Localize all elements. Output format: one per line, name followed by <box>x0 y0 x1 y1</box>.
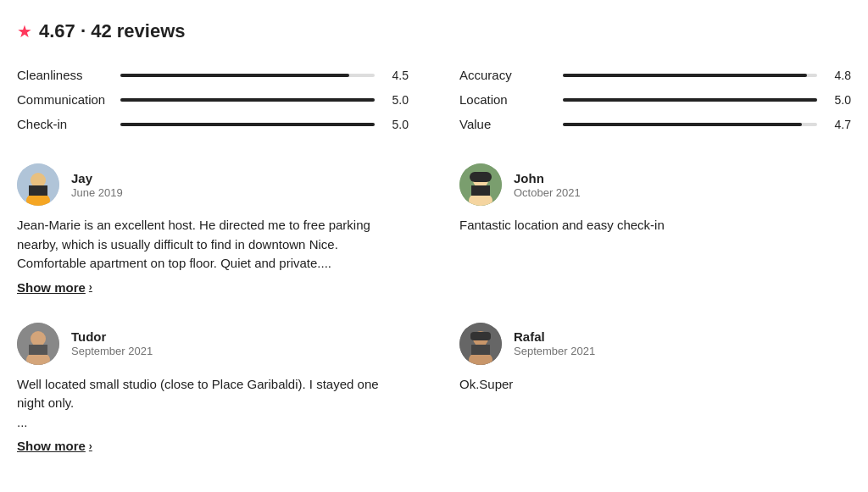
svg-rect-12 <box>29 345 47 355</box>
rating-label: Accuracy <box>459 68 553 82</box>
rating-label: Value <box>459 117 553 131</box>
review-card-john: John October 2021 Fantastic location and… <box>459 163 851 296</box>
rating-bar-fill <box>120 74 349 77</box>
rating-label: Cleanliness <box>17 68 110 82</box>
show-more-button[interactable]: Show more › <box>17 439 92 453</box>
rating-bar-container <box>563 98 817 102</box>
ratings-left-column: Cleanliness 4.5 Communication 5.0 Check-… <box>17 63 409 136</box>
review-text: Ok.Super <box>459 375 851 395</box>
svg-rect-8 <box>470 172 492 182</box>
rating-row-location: Location 5.0 <box>459 87 851 112</box>
ratings-right-column: Accuracy 4.8 Location 5.0 Value 4.7 <box>459 63 851 136</box>
avatar <box>459 163 502 206</box>
rating-value: 5.0 <box>385 93 409 107</box>
rating-value: 4.5 <box>385 69 409 82</box>
rating-bar-container <box>563 123 817 126</box>
reviewer-name: Tudor <box>71 329 153 344</box>
rating-row-checkin: Check-in 5.0 <box>17 112 409 136</box>
reviewer-info: Rafal September 2021 <box>514 329 595 357</box>
reviews-grid: Jay June 2019 Jean-Marie is an excellent… <box>17 163 851 454</box>
reviewer-name: Jay <box>71 171 123 185</box>
star-icon: ★ <box>17 21 32 41</box>
review-text: Fantastic location and easy check-in <box>459 216 851 235</box>
rating-value: 4.8 <box>827 69 851 82</box>
reviewer-date: September 2021 <box>71 345 153 357</box>
reviewer-name: John <box>514 171 581 185</box>
chevron-right-icon: › <box>89 281 92 293</box>
reviews-header: ★ 4.67 · 42 reviews <box>17 20 851 42</box>
reviewer-header: Rafal September 2021 <box>459 323 851 365</box>
rating-label: Location <box>459 92 553 107</box>
ratings-grid: Cleanliness 4.5 Communication 5.0 Check-… <box>17 63 851 136</box>
rating-value: 4.7 <box>827 118 851 131</box>
rating-value: 5.0 <box>827 93 851 107</box>
rating-bar-container <box>563 74 817 77</box>
review-text: Well located small studio (close to Plac… <box>17 375 409 433</box>
rating-bar-container <box>120 123 375 126</box>
overall-rating: 4.67 · 42 reviews <box>39 20 186 42</box>
rating-row-cleanliness: Cleanliness 4.5 <box>17 63 409 87</box>
reviewer-info: Tudor September 2021 <box>71 329 153 357</box>
chevron-right-icon: › <box>89 440 92 452</box>
review-text: Jean-Marie is an excellent host. He dire… <box>17 216 409 274</box>
rating-label: Check-in <box>17 117 110 131</box>
svg-rect-16 <box>471 345 490 355</box>
rating-row-value: Value 4.7 <box>459 112 851 136</box>
svg-point-10 <box>31 331 46 346</box>
svg-rect-3 <box>29 185 47 196</box>
rating-bar-fill <box>563 98 817 102</box>
show-more-button[interactable]: Show more › <box>17 280 92 295</box>
reviewer-name: Rafal <box>514 329 595 344</box>
show-more-label: Show more <box>17 439 86 453</box>
review-card-tudor: Tudor September 2021 Well located small … <box>17 323 409 455</box>
avatar <box>459 323 502 365</box>
rating-bar-fill <box>120 123 375 126</box>
reviewer-date: October 2021 <box>514 186 581 199</box>
reviewer-info: Jay June 2019 <box>71 171 123 199</box>
reviewer-info: John October 2021 <box>514 171 581 199</box>
rating-bar-fill <box>563 123 802 126</box>
reviewer-date: September 2021 <box>514 345 595 357</box>
rating-bar-container <box>120 74 375 77</box>
rating-row-accuracy: Accuracy 4.8 <box>459 63 851 87</box>
rating-bar-fill <box>120 98 375 102</box>
svg-rect-17 <box>470 332 491 340</box>
review-card-rafal: Rafal September 2021 Ok.Super <box>459 323 851 455</box>
rating-row-communication: Communication 5.0 <box>17 87 409 112</box>
svg-rect-7 <box>471 185 490 196</box>
show-more-label: Show more <box>17 280 86 295</box>
rating-bar-container <box>120 98 375 102</box>
rating-label: Communication <box>17 92 110 107</box>
reviewer-header: John October 2021 <box>459 163 851 206</box>
reviewer-date: June 2019 <box>71 186 123 199</box>
avatar <box>17 163 59 206</box>
reviewer-header: Jay June 2019 <box>17 163 409 206</box>
rating-value: 5.0 <box>385 118 409 131</box>
reviewer-header: Tudor September 2021 <box>17 323 409 365</box>
avatar <box>17 323 59 365</box>
rating-bar-fill <box>563 74 807 77</box>
review-card-jay: Jay June 2019 Jean-Marie is an excellent… <box>17 163 409 296</box>
